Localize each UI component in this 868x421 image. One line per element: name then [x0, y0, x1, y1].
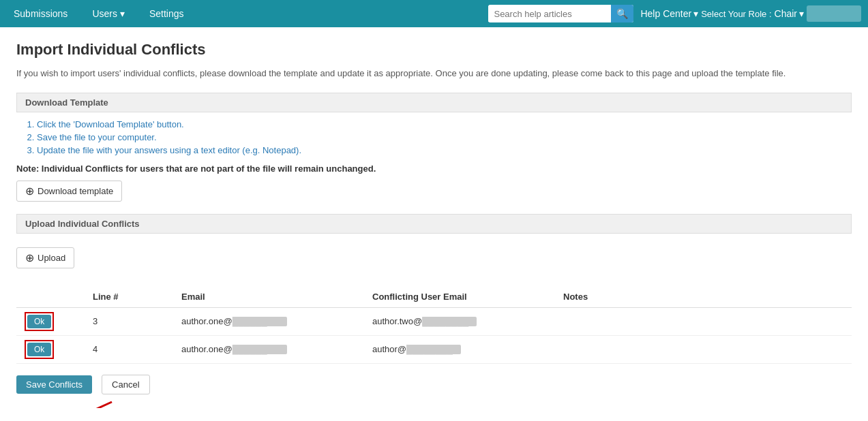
- upload-button[interactable]: ⊕ Upload: [16, 247, 74, 268]
- col-header-line: Line #: [85, 286, 173, 308]
- chevron-down-icon: ▾: [799, 8, 804, 19]
- col-header-conflict: Conflicting User Email: [364, 286, 555, 308]
- conflicts-table: Line # Email Conflicting User Email Note…: [16, 286, 852, 364]
- row-status-cell: Ok: [16, 335, 85, 363]
- upload-section-header: Upload Individual Conflicts: [16, 214, 852, 234]
- navbar: Submissions Users ▾ Settings 🔍 Help Cent…: [0, 0, 868, 27]
- cancel-button[interactable]: Cancel: [102, 375, 149, 394]
- row-notes: [555, 335, 852, 363]
- step-3: Update the file with your answers using …: [37, 145, 852, 155]
- row-notes: [555, 307, 852, 335]
- search-input[interactable]: [488, 6, 611, 22]
- download-section-header: Download Template: [16, 93, 852, 112]
- nav-settings[interactable]: Settings: [143, 0, 191, 27]
- ok-button-row1[interactable]: Ok: [27, 315, 51, 328]
- nav-submissions[interactable]: Submissions: [7, 0, 74, 27]
- table-row: Ok 4 author.one@██████ author@████████: [16, 335, 852, 363]
- page-title: Import Individual Conflicts: [16, 41, 852, 59]
- email-blur: ██████: [233, 345, 287, 354]
- role-selector[interactable]: Chair ▾: [775, 8, 804, 19]
- row-conflict-email: author@████████: [364, 335, 555, 363]
- upload-section: ⊕ Upload: [16, 240, 852, 275]
- nav-users[interactable]: Users ▾: [85, 0, 132, 27]
- chevron-down-icon: ▾: [120, 8, 125, 19]
- row-email: author.one@██████: [173, 335, 364, 363]
- save-conflicts-button[interactable]: Save Conflicts: [16, 375, 92, 394]
- arrow-annotation: [57, 395, 119, 408]
- conflict-email-blur: ████████: [406, 345, 461, 354]
- upload-icon: ⊕: [25, 251, 34, 264]
- row-email: author.one@██████: [173, 307, 364, 335]
- chevron-down-icon: ▾: [693, 8, 698, 19]
- download-template-button[interactable]: ⊕ Download template: [16, 181, 122, 202]
- nav-right: Help Center ▾ Select Your Role : Chair ▾: [640, 5, 861, 22]
- step-2: Save the file to your computer.: [37, 132, 852, 142]
- svg-line-1: [64, 402, 112, 408]
- col-header-email: Email: [173, 286, 364, 308]
- row-line: 3: [85, 307, 173, 335]
- nav-brand: Submissions Users ▾ Settings: [7, 0, 191, 27]
- avatar: [807, 5, 861, 22]
- row-status-cell: Ok: [16, 307, 85, 335]
- page-description: If you wish to import users' individual …: [16, 67, 852, 80]
- col-header-notes: Notes: [555, 286, 852, 308]
- bottom-actions: Save Conflicts Cancel: [16, 375, 852, 394]
- row-line: 4: [85, 335, 173, 363]
- col-header-status: [16, 286, 85, 308]
- row-conflict-email: author.two@████████: [364, 307, 555, 335]
- download-icon: ⊕: [25, 185, 34, 198]
- note-text: Note: Individual Conflicts for users tha…: [16, 163, 852, 174]
- step-1: Click the 'Download Template' button.: [37, 119, 852, 129]
- search-button[interactable]: 🔍: [611, 5, 633, 22]
- help-center-button[interactable]: Help Center ▾: [640, 8, 698, 19]
- conflict-email-blur: ████████: [422, 317, 477, 326]
- search-box: 🔍: [488, 5, 633, 22]
- email-blur: ██████: [233, 317, 287, 326]
- table-row: Ok 3 author.one@██████ author.two@██████…: [16, 307, 852, 335]
- ok-button-row2[interactable]: Ok: [27, 343, 51, 356]
- steps-list: Click the 'Download Template' button. Sa…: [37, 119, 852, 155]
- main-content: Import Individual Conflicts If you wish …: [0, 27, 868, 408]
- role-label: Select Your Role :: [701, 9, 771, 19]
